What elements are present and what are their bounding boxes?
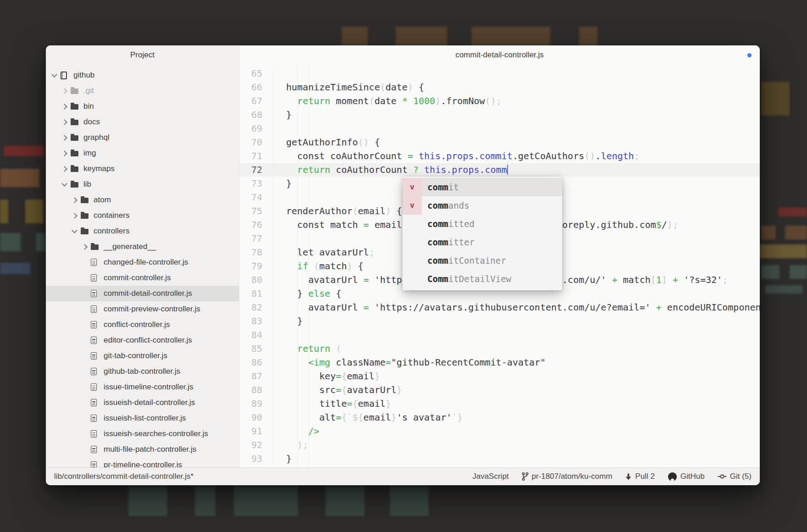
code-line-91[interactable]: 91 /> <box>239 424 760 438</box>
tree-file-commit-controller.js[interactable]: commit-controller.js <box>46 270 239 286</box>
chevron-right-icon[interactable] <box>61 120 71 124</box>
tree-file-editor-conflict-controller.js[interactable]: editor-conflict-controller.js <box>46 332 239 348</box>
autocomplete-item-commitContainer[interactable]: commitContainer <box>403 251 562 270</box>
tree-folder-.git[interactable]: .git <box>46 83 239 99</box>
code-line-72[interactable]: 72 return coAuthorCount ? this.props.com… <box>239 163 760 177</box>
line-number: 68 <box>239 108 273 122</box>
tree-item-label: conflict-controller.js <box>104 320 170 329</box>
tree-folder-keymaps[interactable]: keymaps <box>46 161 239 177</box>
code-text: src={avatarUrl} <box>286 383 402 397</box>
autocomplete-item-CommitDetailView[interactable]: CommitDetailView <box>403 270 562 288</box>
wallpaper-block <box>390 485 429 516</box>
status-github[interactable]: GitHub <box>668 472 705 482</box>
code-line-92[interactable]: 92 ); <box>239 438 760 452</box>
code-line-88[interactable]: 88 src={avatarUrl} <box>239 383 760 397</box>
suggestion-label: commitContainer <box>427 251 506 270</box>
tree-file-issueish-list-controller.js[interactable]: issueish-list-controller.js <box>46 410 239 426</box>
tree-folder-github[interactable]: github <box>46 67 239 83</box>
file-icon <box>91 305 103 313</box>
code-line-85[interactable]: 85 return ( <box>239 342 760 355</box>
code-line-89[interactable]: 89 title={email} <box>239 397 760 410</box>
line-number: 78 <box>239 245 273 259</box>
tree-folder-lib[interactable]: lib <box>46 177 239 192</box>
tree-folder-img[interactable]: img <box>46 145 239 161</box>
chevron-right-icon[interactable] <box>61 167 71 171</box>
tree-file-multi-file-patch-controller.js[interactable]: multi-file-patch-controller.js <box>46 442 239 457</box>
tree-folder-controllers[interactable]: controllers <box>46 223 239 239</box>
tree-file-commit-detail-controller.js[interactable]: commit-detail-controller.js <box>46 286 239 301</box>
autocomplete-item-committer[interactable]: committer <box>403 233 562 251</box>
autocomplete-item-commit[interactable]: vcommit <box>403 178 562 196</box>
code-line-90[interactable]: 90 alt={`${email}'s avatar'`} <box>239 410 760 424</box>
tree-file-pr-timeline-controller.js[interactable]: pr-timeline-controller.js <box>46 457 239 467</box>
code-line-86[interactable]: 86 <img className="github-RecentCommit-a… <box>239 355 760 369</box>
status-language[interactable]: JavaScript <box>472 472 509 481</box>
chevron-right-icon[interactable] <box>61 89 71 93</box>
tree-folder-containers[interactable]: containers <box>46 208 239 223</box>
chevron-down-icon[interactable] <box>61 183 71 186</box>
code-line-83[interactable]: 83 } <box>239 314 760 328</box>
tree-folder-bin[interactable]: bin <box>46 99 239 114</box>
tree-folder-graphql[interactable]: graphql <box>46 130 239 145</box>
tree-file-changed-file-controller.js[interactable]: changed-file-controller.js <box>46 255 239 270</box>
tree-folder-__generated__[interactable]: __generated__ <box>46 239 239 255</box>
folder-icon <box>71 103 83 110</box>
chevron-right-icon[interactable] <box>61 136 71 140</box>
code-line-84[interactable]: 84 <box>239 328 760 342</box>
tree-item-label: .git <box>83 86 94 95</box>
tree-file-conflict-controller.js[interactable]: conflict-controller.js <box>46 317 239 332</box>
chevron-right-icon[interactable] <box>61 105 71 109</box>
tree-file-issueish-searches-controller.js[interactable]: issueish-searches-controller.js <box>46 426 239 442</box>
line-number: 75 <box>239 204 273 218</box>
chevron-right-icon[interactable] <box>61 151 71 155</box>
tree-folder-docs[interactable]: docs <box>46 114 239 130</box>
folder-icon <box>71 181 83 188</box>
status-git[interactable]: Git (5) <box>718 472 752 481</box>
chevron-right-icon[interactable] <box>82 245 91 249</box>
folder-icon <box>81 197 93 203</box>
code-line-66[interactable]: 66humanizeTimeSince(date) { <box>239 80 760 94</box>
autocomplete-item-commands[interactable]: vcommands <box>403 196 562 215</box>
wallpaper-block <box>0 200 8 223</box>
autocomplete-item-committed[interactable]: committed <box>403 215 562 233</box>
project-sidebar: Project github.gitbindocsgraphqlimgkeyma… <box>46 45 239 467</box>
chevron-down-icon[interactable] <box>72 230 81 233</box>
tree-file-issue-timeline-controller.js[interactable]: issue-timeline-controller.js <box>46 379 239 395</box>
tree-file-github-tab-controller.js[interactable]: github-tab-controller.js <box>46 364 239 379</box>
tree-item-label: commit-detail-controller.js <box>104 289 192 298</box>
chevron-down-icon[interactable] <box>51 74 61 77</box>
file-tree[interactable]: github.gitbindocsgraphqlimgkeymapslibato… <box>46 65 239 467</box>
chevron-right-icon[interactable] <box>72 214 81 218</box>
code-line-87[interactable]: 87 key={email} <box>239 369 760 383</box>
code-line-69[interactable]: 69 <box>239 122 760 135</box>
code-text: if (match) { <box>286 259 364 273</box>
chevron-right-icon[interactable] <box>72 198 81 202</box>
wallpaper-block <box>579 27 597 45</box>
autocomplete-popup: vcommitvcommandscommittedcommittercommit… <box>403 177 562 290</box>
tree-item-label: issueish-detail-controller.js <box>104 398 195 407</box>
folder-icon <box>71 150 83 156</box>
code-line-67[interactable]: 67 return moment(date * 1000).fromNow(); <box>239 94 760 108</box>
line-number: 67 <box>239 94 273 108</box>
tree-folder-atom[interactable]: atom <box>46 192 239 208</box>
code-line-65[interactable]: 65 <box>239 66 760 80</box>
file-icon <box>91 461 103 467</box>
code-line-68[interactable]: 68} <box>239 108 760 122</box>
code-line-93[interactable]: 93} <box>239 452 760 466</box>
status-pull[interactable]: Pull 2 <box>625 472 655 481</box>
code-line-82[interactable]: 82 avatarUrl = 'https://avatars.githubus… <box>239 300 760 314</box>
suggestion-label: committer <box>427 233 475 251</box>
open-file-title: commit-detail-controller.js <box>455 50 544 59</box>
code-line-70[interactable]: 70getAuthorInfo() { <box>239 135 760 149</box>
pull-label: Pull 2 <box>635 472 655 481</box>
line-number: 66 <box>239 80 273 94</box>
wallpaper-block <box>25 200 44 223</box>
tree-item-label: github-tab-controller.js <box>104 367 180 376</box>
tree-file-git-tab-controller.js[interactable]: git-tab-controller.js <box>46 348 239 364</box>
code-line-71[interactable]: 71 const coAuthorCount = this.props.comm… <box>239 149 760 163</box>
tree-file-commit-preview-controller.js[interactable]: commit-preview-controller.js <box>46 301 239 317</box>
status-branch[interactable]: pr-1807/atom/ku-comm <box>522 472 613 481</box>
tree-item-label: img <box>83 149 96 158</box>
git-branch-icon <box>522 472 529 481</box>
tree-file-issueish-detail-controller.js[interactable]: issueish-detail-controller.js <box>46 395 239 410</box>
